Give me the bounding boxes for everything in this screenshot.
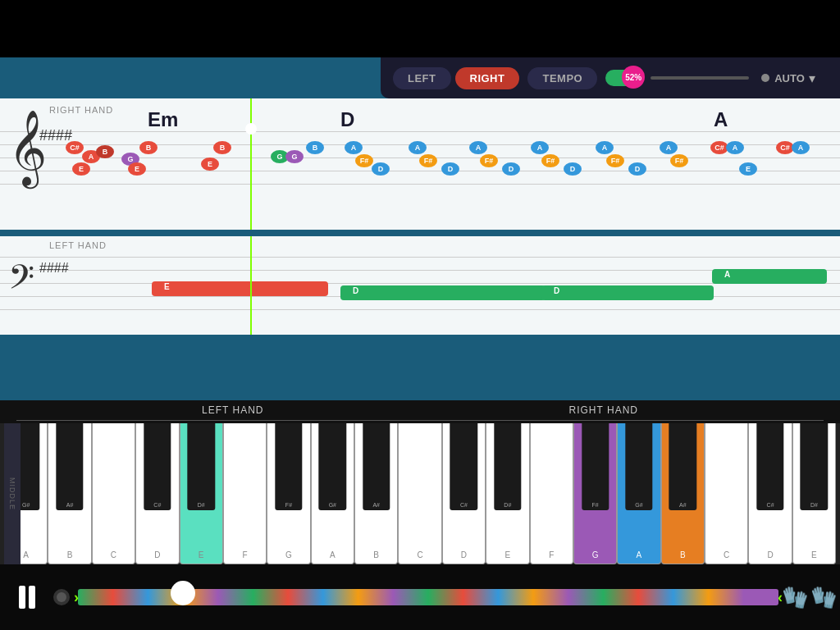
black-key-fsharp4[interactable]: F# [582, 423, 609, 510]
black-key-asharp3[interactable]: A# [363, 423, 390, 510]
key-a4[interactable]: G# A [617, 423, 660, 564]
note-a-8: A [726, 141, 744, 154]
bar-label-d1: D [353, 286, 358, 295]
key-b3[interactable]: A# B [354, 423, 398, 564]
left-glove-icon: 🧤 [782, 585, 808, 610]
right-hand-label: RIGHT HAND [49, 105, 113, 115]
main-container: LEFT RIGHT TEMPO 52% AUTO ▾ 𝄞 #### RIGHT… [0, 0, 840, 630]
key-g3[interactable]: F# G [267, 423, 310, 564]
staff-line-1 [0, 131, 840, 132]
bass-clef-icon: 𝄢 [8, 261, 34, 302]
hands-icon[interactable]: 🧤 🧤 [787, 579, 832, 616]
key-d3[interactable]: C# D [135, 423, 179, 564]
pause-button[interactable] [8, 579, 45, 616]
key-f4[interactable]: F [530, 423, 573, 564]
note-a-9: A [792, 141, 810, 154]
bar-label-e: E [164, 282, 170, 291]
key-b4[interactable]: A# B [661, 423, 705, 564]
note-b-1: B [96, 145, 114, 158]
cursor-dot-right [245, 123, 257, 135]
black-key-asharp4[interactable]: A# [669, 423, 696, 510]
key-signature-left: #### [39, 261, 69, 276]
key-e3[interactable]: D# E [180, 423, 223, 564]
piano-keyboard[interactable]: G# A A# B C C# D D# [0, 423, 840, 564]
note-d-5: D [628, 162, 646, 176]
key-c3[interactable]: C [92, 423, 135, 564]
black-key-dsharp5[interactable]: D# [801, 423, 828, 510]
note-d-4: D [564, 162, 582, 176]
black-key-dsharp3[interactable]: D# [187, 423, 214, 510]
hand-label-divider [16, 420, 824, 421]
black-key-csharp5[interactable]: C# [756, 423, 783, 510]
tempo-toggle[interactable]: 52% [605, 70, 638, 86]
left-hand-piano-label: LEFT HAND [202, 404, 263, 416]
key-e5[interactable]: D# E [792, 423, 836, 564]
note-bar-e [152, 281, 328, 296]
tempo-button[interactable]: TEMPO [527, 67, 597, 89]
dropdown-button[interactable]: ▾ [809, 71, 815, 86]
key-b2[interactable]: A# B [48, 423, 91, 564]
note-e-3: E [201, 158, 219, 171]
progress-thumb[interactable] [171, 581, 195, 605]
right-hand-staff: 𝄞 #### RIGHT HAND Em D A [0, 98, 840, 230]
treble-clef-icon: 𝄞 [8, 115, 47, 180]
piano-section: LEFT HAND RIGHT HAND G# A A# B C [0, 400, 840, 564]
progress-right-arrow[interactable]: ‹ [778, 589, 783, 606]
key-e4[interactable]: D# E [486, 423, 529, 564]
note-a-4: A [469, 141, 487, 154]
note-e-2: E [128, 162, 146, 176]
note-d-2: D [441, 162, 459, 176]
bottom-controls: › ‹ 🧤 🧤 [0, 564, 840, 630]
left-hand-label: LEFT HAND [49, 240, 107, 250]
black-key-csharp4[interactable]: C# [450, 423, 477, 510]
auto-label: AUTO [774, 72, 805, 84]
black-key-csharp3[interactable]: C# [144, 423, 171, 510]
right-button[interactable]: RIGHT [455, 67, 520, 89]
tempo-slider-container: 52% [605, 70, 749, 86]
note-a-7: A [660, 141, 678, 154]
note-b-4: B [306, 141, 324, 154]
black-key-asharp2[interactable]: A# [56, 423, 83, 510]
black-key-gsharp4[interactable]: G# [625, 423, 652, 510]
black-key-dsharp4[interactable]: D# [494, 423, 521, 510]
key-d4[interactable]: C# D [442, 423, 486, 564]
note-a-3: A [409, 141, 427, 154]
middle-label: MIDDLE [4, 423, 21, 564]
staff-line-4 [0, 171, 840, 171]
note-a-2: A [345, 141, 363, 154]
left-staff-line-1 [0, 257, 840, 258]
key-c4[interactable]: C [398, 423, 441, 564]
progress-left-arrow[interactable]: › [74, 589, 79, 606]
note-a-6: A [596, 141, 614, 154]
play-cursor-right [250, 98, 252, 230]
note-d-3: D [502, 162, 520, 176]
note-bar-d2 [541, 285, 714, 300]
progress-area[interactable]: › ‹ [78, 585, 778, 609]
right-glove-icon: 🧤 [810, 585, 837, 610]
sheet-music-area: 𝄞 #### RIGHT HAND Em D A [0, 98, 840, 400]
black-key-fsharp3[interactable]: F# [275, 423, 302, 510]
tempo-bar[interactable] [651, 76, 749, 80]
left-button[interactable]: LEFT [393, 67, 451, 89]
toolbar: LEFT RIGHT TEMPO 52% AUTO ▾ [381, 57, 840, 98]
note-fsharp-3: F# [480, 154, 498, 167]
note-fsharp-4: F# [541, 154, 559, 167]
key-g4[interactable]: F# G [573, 423, 617, 564]
position-indicator [53, 589, 70, 605]
key-c5[interactable]: C [705, 423, 748, 564]
black-key-gsharp3[interactable]: G# [319, 423, 346, 510]
key-a3[interactable]: G# A [311, 423, 354, 564]
note-fsharp-6: F# [670, 154, 688, 167]
note-fsharp-5: F# [606, 154, 624, 167]
note-b-2: B [139, 141, 158, 154]
left-staff-line-5 [0, 309, 840, 310]
bar-label-a: A [724, 270, 730, 279]
note-g-3: G [285, 150, 304, 163]
pause-bar-right [29, 586, 35, 609]
pause-bar-left [19, 586, 25, 609]
key-d5[interactable]: C# D [748, 423, 792, 564]
bar-label-d2: D [554, 286, 559, 295]
key-f3[interactable]: F [223, 423, 267, 564]
note-e-4: E [739, 162, 757, 176]
position-dot [57, 592, 66, 602]
